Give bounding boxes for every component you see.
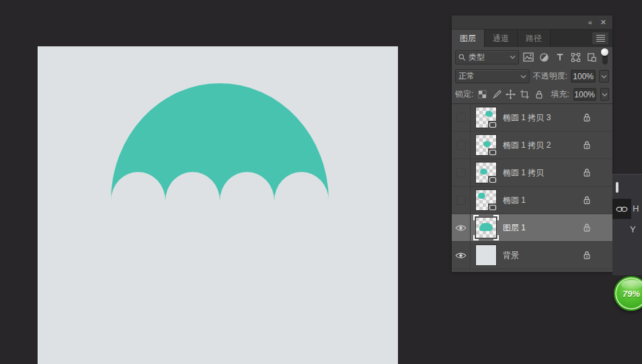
eye-icon — [455, 252, 467, 259]
search-icon — [458, 54, 466, 61]
lock-all-icon[interactable] — [534, 89, 544, 100]
lock-row: 锁定: 填充: 100% — [452, 85, 612, 104]
visibility-checkbox-empty — [456, 168, 466, 177]
smart-object-filter-icon[interactable] — [586, 51, 598, 64]
panel-tab-bar: 图层 通道 路径 — [452, 30, 612, 47]
visibility-checkbox-empty — [456, 140, 466, 150]
thumbnail-shape-preview — [478, 193, 485, 199]
visibility-checkbox-empty — [456, 195, 466, 205]
menu-icon — [596, 35, 605, 42]
layer-row[interactable]: 椭圆 1 拷贝 3 — [452, 104, 612, 132]
shape-layer-filter-icon[interactable] — [569, 51, 582, 64]
panel-header-bar: « ✕ — [452, 15, 612, 30]
tab-paths[interactable]: 路径 — [518, 30, 551, 47]
close-panel-icon[interactable]: ✕ — [600, 19, 606, 26]
blend-mode-dropdown[interactable]: 正常 — [455, 69, 530, 83]
fill-label: 填充: — [551, 89, 569, 100]
thumbnail-shape-preview — [483, 141, 491, 147]
layer-lock-icon — [583, 223, 591, 232]
visibility-checkbox-empty — [456, 113, 466, 122]
layer-row[interactable]: 椭圆 1 拷贝 — [452, 159, 612, 187]
layer-list: 椭圆 1 拷贝 3 椭圆 1 拷贝 2 椭圆 1 拷贝 — [452, 104, 612, 269]
chevron-down-icon — [601, 75, 607, 79]
canvas-document[interactable] — [38, 46, 398, 364]
fill-value[interactable]: 100% — [573, 88, 596, 101]
lock-image-pixels-icon[interactable] — [491, 89, 501, 100]
layer-lock-icon — [583, 140, 591, 150]
chevron-down-icon — [510, 55, 516, 59]
opacity-value[interactable]: 100% — [571, 70, 596, 83]
layer-lock-icon — [583, 168, 591, 177]
height-field-label: H — [633, 203, 639, 214]
lock-artboard-icon[interactable] — [520, 89, 530, 100]
layer-lock-icon — [583, 113, 591, 122]
tab-layers[interactable]: 图层 — [452, 30, 485, 47]
adjustment-layer-filter-icon[interactable] — [538, 51, 551, 64]
progress-percentage: 79% — [623, 289, 640, 299]
shape-badge-icon — [488, 148, 497, 156]
opacity-label: 不透明度: — [533, 71, 567, 82]
layer-thumbnail[interactable] — [476, 218, 496, 238]
blend-mode-row: 正常 不透明度: 100% — [452, 67, 612, 85]
shape-badge-icon — [488, 203, 497, 212]
pixel-layer-filter-icon[interactable] — [522, 51, 535, 64]
layer-lock-icon — [583, 195, 591, 205]
layer-row[interactable]: 椭圆 1 拷贝 2 — [452, 132, 612, 159]
visibility-toggle[interactable] — [452, 132, 471, 158]
eye-icon — [455, 224, 467, 232]
y-position-field-label: Y — [630, 224, 636, 234]
shape-badge-icon — [488, 176, 497, 184]
chevron-down-icon — [602, 93, 608, 97]
layer-thumbnail[interactable] — [476, 190, 496, 210]
visibility-toggle[interactable] — [452, 187, 471, 214]
layer-thumbnail[interactable] — [476, 135, 496, 155]
lock-label: 锁定: — [455, 89, 473, 100]
layer-name: 椭圆 1 拷贝 2 — [503, 140, 551, 151]
layer-row[interactable]: 图层 1 — [452, 214, 612, 242]
layers-panel: « ✕ 图层 通道 路径 类型 — [452, 15, 612, 272]
shape-badge-icon — [488, 121, 497, 129]
thumbnail-shape-preview — [480, 169, 487, 175]
layer-row[interactable]: 背景 — [452, 242, 612, 269]
link-dimensions-button[interactable] — [612, 199, 631, 219]
layer-name: 椭圆 1 拷贝 — [503, 167, 544, 179]
collapse-panel-icon[interactable]: « — [588, 19, 592, 26]
layer-name: 图层 1 — [503, 222, 526, 234]
layer-filter-row: 类型 — [452, 47, 612, 67]
umbrella-shape — [38, 46, 398, 364]
layer-row[interactable]: 椭圆 1 — [452, 187, 612, 214]
filter-type-label: 类型 — [469, 52, 507, 63]
layer-name: 背景 — [503, 250, 519, 261]
layer-name: 椭圆 1 — [503, 195, 526, 206]
visibility-toggle[interactable] — [452, 242, 471, 269]
panel-scrollbar-thumb[interactable] — [616, 182, 618, 193]
visibility-toggle[interactable] — [452, 159, 471, 186]
layer-filter-toggle[interactable] — [601, 48, 609, 66]
visibility-toggle[interactable] — [452, 214, 471, 241]
layer-lock-icon — [583, 251, 591, 260]
thumbnail-shape-preview — [485, 111, 493, 117]
blend-mode-value: 正常 — [458, 71, 518, 82]
filter-type-dropdown[interactable]: 类型 — [455, 50, 519, 64]
chevron-down-icon — [520, 75, 526, 79]
tab-channels[interactable]: 通道 — [485, 30, 518, 47]
lock-position-icon[interactable] — [506, 89, 516, 100]
panel-menu-button[interactable] — [592, 32, 608, 44]
progress-badge[interactable]: 79% — [614, 276, 642, 311]
visibility-toggle[interactable] — [452, 104, 471, 131]
link-dimensions-icon — [616, 206, 628, 213]
fill-dropdown-button[interactable] — [600, 88, 609, 101]
photoshop-workspace: « ✕ 图层 通道 路径 类型 — [0, 0, 642, 364]
lock-transparent-pixels-icon[interactable] — [477, 89, 487, 100]
layer-name: 椭圆 1 拷贝 3 — [503, 112, 551, 124]
layer-thumbnail[interactable] — [476, 107, 496, 128]
type-layer-filter-icon[interactable] — [554, 51, 567, 64]
opacity-dropdown-button[interactable] — [599, 70, 609, 83]
selected-thumbnail-brackets — [473, 215, 499, 240]
layer-thumbnail[interactable] — [476, 163, 496, 183]
layer-thumbnail[interactable] — [476, 245, 496, 265]
